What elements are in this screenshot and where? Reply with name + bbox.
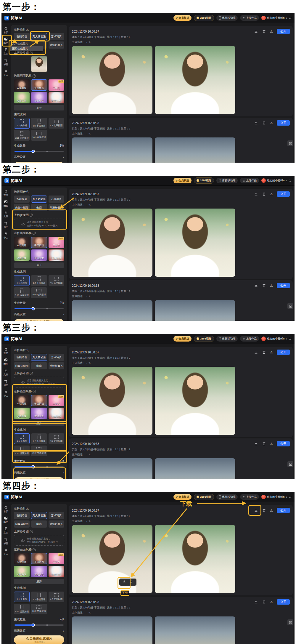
count-slider[interactable] — [15, 624, 64, 626]
upload-work-button[interactable]: 上传作品 — [240, 15, 259, 21]
category-photo-to-anime[interactable]: 真人转动漫 — [31, 196, 47, 203]
upload-dropzone[interactable]: 点击或拖拽图片上传， 支持20M以内JPG、PNG图片 — [14, 219, 64, 229]
ratio-1-2[interactable]: 1:2 手机屏幕 — [31, 592, 47, 602]
slider-handle[interactable] — [32, 624, 35, 627]
delete-icon[interactable] — [262, 283, 266, 288]
advanced-settings-toggle[interactable]: 高级设置 ∨ — [14, 470, 64, 475]
publish-button[interactable]: 公开 — [277, 191, 290, 197]
style-dreamy-girl[interactable]: 梦幻少女 — [31, 408, 47, 419]
slider-handle[interactable] — [32, 307, 35, 310]
style-ai-face[interactable]: AI绘美脸 — [14, 237, 30, 248]
feedback-float-button[interactable] — [287, 303, 293, 309]
ratio-9-16[interactable]: 9:16 运营海报 — [14, 287, 30, 298]
category-social-media[interactable]: 自媒体配图 — [14, 204, 30, 211]
mobile-app-button[interactable]: 体验移动端 — [216, 178, 238, 183]
report-icon[interactable]: ⚠ — [270, 350, 273, 354]
delete-icon[interactable] — [262, 442, 266, 446]
style-ai-face[interactable]: AI绘美脸 — [14, 395, 30, 406]
download-icon[interactable] — [254, 508, 258, 512]
delete-icon[interactable] — [262, 508, 266, 512]
advanced-settings-toggle[interactable]: 高级设置 ∨ — [14, 629, 64, 633]
delete-icon[interactable] — [129, 580, 133, 584]
publish-button[interactable]: 公开 — [277, 29, 290, 34]
user-menu[interactable]: 粗心的小蜜蜂n ∨ — [261, 337, 292, 341]
generated-image-4[interactable] — [155, 616, 235, 644]
slider-handle[interactable] — [32, 465, 35, 469]
category-anime-to-photo[interactable]: 动漫转真人 — [49, 41, 64, 49]
vip-benefits-button[interactable]: V会员权益 — [173, 178, 192, 183]
advanced-settings-toggle[interactable]: 高级设置 ∨ — [14, 312, 64, 316]
category-art-portrait[interactable]: 艺术写真 — [49, 512, 64, 519]
ratio-1-2[interactable]: 1:2 手机屏幕 — [31, 118, 47, 129]
expand-styles-button[interactable]: 展开 — [14, 262, 64, 268]
vip-benefits-button[interactable]: V会员权益 — [173, 15, 192, 21]
ratio-1-2[interactable]: 1:2 手机屏幕 — [31, 433, 47, 444]
category-anime-to-photo[interactable]: 动漫转真人 — [49, 520, 64, 528]
user-menu[interactable]: 粗心的小蜜蜂n ∨ — [261, 495, 292, 499]
edit-icon[interactable]: ✎ — [89, 362, 91, 365]
download-icon[interactable] — [123, 580, 127, 584]
points-badge[interactable]: 2686积分 — [194, 336, 214, 342]
uploaded-reference-photo[interactable] — [31, 56, 47, 72]
publish-button[interactable]: 公开 — [277, 441, 290, 446]
publish-button[interactable]: 公开 — [277, 508, 290, 513]
category-anime-to-photo[interactable]: 动漫转真人 — [49, 362, 64, 369]
report-icon[interactable]: ⚠ — [270, 121, 273, 125]
user-menu[interactable]: 粗心的小蜜蜂n ∨ — [261, 178, 292, 183]
expand-styles-button[interactable]: 展开 — [14, 421, 64, 426]
category-photo-to-anime[interactable]: 真人转动漫 — [31, 512, 47, 519]
edit-icon[interactable]: ✎ — [89, 41, 91, 44]
sidebar-item-copywriting[interactable]: 文案 — [1, 368, 10, 377]
delete-icon[interactable] — [262, 600, 266, 604]
menu-item-image-to-image[interactable]: 图片生成图片 — [10, 46, 43, 51]
style-anime[interactable]: 会员二次元 — [49, 237, 64, 248]
expand-styles-button[interactable]: 展开 — [14, 579, 64, 584]
download-icon[interactable] — [254, 350, 258, 354]
ratio-4-3[interactable]: 4:3 文章配图 — [49, 275, 64, 286]
category-photo-to-anime[interactable]: 真人转动漫 — [31, 33, 47, 40]
count-slider[interactable] — [15, 308, 64, 309]
sidebar-item-home[interactable]: 首页 — [1, 189, 10, 197]
style-anime[interactable]: 会员二次元 — [49, 395, 64, 406]
style-flat-illustration[interactable]: 平面插画 — [31, 395, 47, 406]
report-icon[interactable]: ⚠ — [270, 509, 273, 512]
ratio-16-9[interactable]: 16:9 电脑壁纸 — [31, 446, 47, 456]
mobile-app-button[interactable]: 体验移动端 — [216, 15, 238, 21]
upload-dropzone[interactable]: 点击或拖拽图片上传， 支持20M以内JPG、PNG图片 — [14, 377, 64, 387]
category-anime-to-photo[interactable]: 动漫转真人 — [49, 204, 64, 211]
ratio-1-1[interactable]: 1:1 头像框 — [14, 118, 30, 129]
generated-image-4[interactable] — [155, 458, 235, 479]
generated-image-3[interactable] — [72, 137, 152, 163]
user-menu[interactable]: 粗心的小蜜蜂n ∨ — [261, 16, 292, 20]
sidebar-item-copywriting[interactable]: 文案 — [1, 210, 10, 219]
ratio-9-16[interactable]: 9:16 运营海报 — [14, 604, 30, 614]
category-social-media[interactable]: 自媒体配图 — [14, 362, 30, 369]
ratio-9-16[interactable]: 9:16 运营海报 — [14, 130, 30, 141]
delete-icon[interactable] — [262, 121, 266, 125]
edit-icon[interactable]: ✎ — [89, 295, 91, 298]
ratio-9-16[interactable]: 9:16 运营海报 — [14, 446, 30, 456]
upload-work-button[interactable]: 上传作品 — [240, 178, 259, 183]
sidebar-item-draw[interactable]: 绘图 — [1, 358, 10, 366]
report-icon[interactable]: ⚠ — [270, 30, 273, 33]
generated-image-2[interactable] — [155, 367, 235, 435]
ratio-16-9[interactable]: 16:9 电脑壁纸 — [31, 604, 47, 614]
sidebar-item-draw[interactable]: 绘图 — [1, 199, 10, 208]
category-photo-to-anime[interactable]: 真人转动漫 — [31, 354, 47, 361]
mobile-app-button[interactable]: 体验移动端 — [216, 494, 238, 500]
download-icon[interactable] — [254, 283, 258, 288]
category-social-media[interactable]: 自媒体配图 — [14, 520, 30, 528]
sidebar-item-retouch[interactable]: 修图 — [1, 537, 10, 546]
sidebar-item-copywriting[interactable]: 文案 — [1, 47, 10, 56]
sidebar-item-retouch[interactable]: 修图 — [1, 379, 10, 387]
points-badge[interactable]: 2686积分 — [194, 15, 214, 21]
report-icon[interactable]: ⚠ — [270, 284, 273, 288]
style-ai-face[interactable]: AI绘美脸 — [14, 79, 30, 91]
generated-image-2[interactable] — [155, 46, 235, 114]
ratio-16-9[interactable]: 16:9 电脑壁纸 — [31, 130, 47, 141]
category-ecommerce[interactable]: 电商 — [31, 362, 47, 369]
generated-image-4[interactable] — [155, 300, 235, 321]
category-smart-draw[interactable]: 智能绘画 — [14, 354, 30, 361]
sidebar-item-retouch[interactable]: 修图 — [1, 221, 10, 229]
brand-logo[interactable]: D 简单AI — [4, 494, 22, 500]
